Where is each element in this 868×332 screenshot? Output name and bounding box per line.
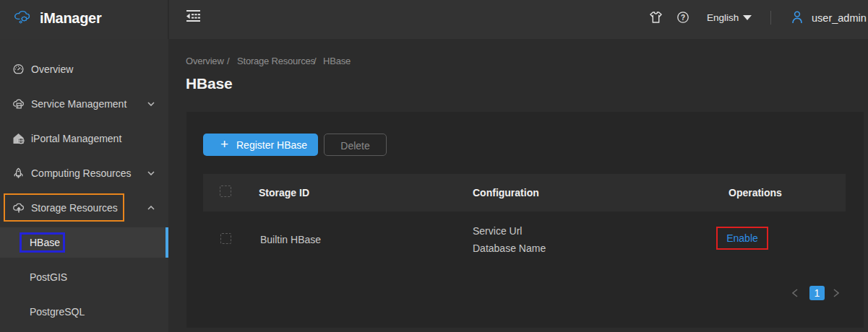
svg-text:?: ? — [681, 14, 685, 22]
